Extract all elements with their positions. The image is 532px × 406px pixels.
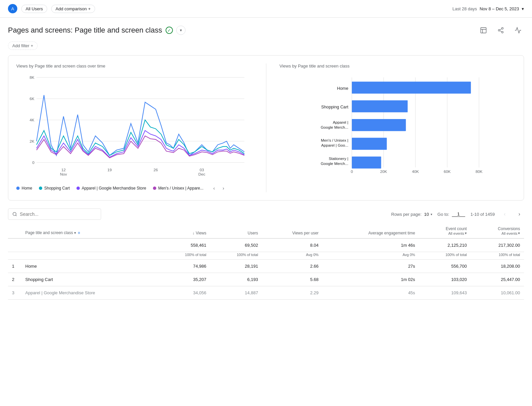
annotate-button[interactable] <box>512 24 524 36</box>
charts-container: Views by Page title and screen class ove… <box>16 64 516 192</box>
search-input[interactable] <box>20 211 97 217</box>
row-2-page-title[interactable]: Shopping Cart <box>21 273 159 286</box>
row-1-page-name: Home <box>25 264 37 269</box>
goto-label: Go to: <box>438 212 449 217</box>
legend-dot-shopping-cart <box>39 187 42 190</box>
goto-input[interactable] <box>452 211 465 217</box>
row-3-views: 34,056 <box>159 286 210 300</box>
row-2-conversions: 25,447.00 <box>471 273 524 286</box>
col-header-views-per-user[interactable]: Views per user <box>262 224 323 238</box>
col-header-page-title-label: Page title and screen class <box>25 230 73 235</box>
conversions-dropdown-icon: ▾ <box>518 231 520 235</box>
page-title-area: Pages and screens: Page title and screen… <box>8 26 186 35</box>
svg-rect-42 <box>352 157 381 169</box>
legend-dot-apparel <box>76 187 80 190</box>
event-count-filter[interactable]: All events ▾ <box>423 231 467 235</box>
rows-per-page-label: Rows per page: <box>391 212 422 217</box>
svg-text:Stationery |: Stationery | <box>329 156 348 161</box>
row-3-page-title[interactable]: Apparel | Google Merchandise Store <box>21 286 159 300</box>
svg-text:0: 0 <box>32 160 35 165</box>
row-3-conversions: 10,061.00 <box>471 286 524 300</box>
table-row: 2 Shopping Cart 35,207 6,193 5.68 1m 02s… <box>8 273 524 286</box>
conversions-filter[interactable]: All events ▾ <box>475 231 520 235</box>
table-row: 3 Apparel | Google Merchandise Store 34,… <box>8 286 524 300</box>
legend-label-shopping-cart: Shopping Cart <box>44 186 70 191</box>
totals-views-per-user: 8.04 <box>262 238 323 252</box>
add-filter-button[interactable]: Add filter + <box>8 42 38 50</box>
legend-label-apparel: Apparel | Google Merchandise Store <box>82 186 146 191</box>
event-count-sub-label: All events <box>448 231 464 235</box>
totals-sub-page-title <box>21 252 159 260</box>
table-section: Rows per page: 10 25 50 ▾ Go to: 1-10 of… <box>8 208 524 300</box>
row-1-views-per-user: 2.66 <box>262 260 323 273</box>
totals-sub-users: 100% of total <box>210 252 262 260</box>
row-2-views-per-user: 5.68 <box>262 273 323 286</box>
svg-text:Dec: Dec <box>198 172 205 176</box>
row-1-page-title[interactable]: Home <box>21 260 159 273</box>
row-2-views: 35,207 <box>159 273 210 286</box>
rows-select-wrapper: 10 25 50 ▾ <box>424 212 432 217</box>
col-header-event-count[interactable]: Event count All events ▾ <box>419 224 471 238</box>
svg-rect-0 <box>481 28 486 33</box>
svg-text:19: 19 <box>107 168 112 172</box>
add-comparison-button[interactable]: Add comparison + <box>51 5 95 13</box>
col-header-users[interactable]: Users <box>210 224 262 238</box>
next-page-button[interactable]: › <box>515 209 524 219</box>
svg-text:Nov: Nov <box>60 172 67 176</box>
svg-text:Apparel | Goo...: Apparel | Goo... <box>321 143 348 147</box>
row-1-num: 1 <box>8 260 21 273</box>
date-range-value: Nov 8 – Dec 5, 2023 <box>479 6 519 11</box>
rows-per-page-control: Rows per page: 10 25 50 ▾ <box>391 212 432 217</box>
col-header-conversions-label: Conversions <box>498 226 520 231</box>
col-header-avg-engagement[interactable]: Average engagement time <box>323 224 419 238</box>
svg-text:12: 12 <box>61 168 66 172</box>
legend-next-button[interactable]: › <box>219 184 227 192</box>
totals-sub-num <box>8 252 21 260</box>
col-header-views[interactable]: ↓ Views <box>159 224 210 238</box>
legend-prev-button[interactable]: ‹ <box>210 184 218 192</box>
col-header-conversions[interactable]: Conversions All events ▾ <box>471 224 524 238</box>
svg-text:80K: 80K <box>475 169 482 174</box>
row-3-event-count: 109,643 <box>419 286 471 300</box>
title-dropdown-button[interactable]: ▾ <box>176 26 186 35</box>
row-2-num: 2 <box>8 273 21 286</box>
col-filter-icon[interactable]: ▾ <box>74 231 76 235</box>
totals-users: 69,502 <box>210 238 262 252</box>
col-header-num <box>8 224 21 238</box>
filter-bar: Add filter + <box>0 40 532 55</box>
row-1-avg-engagement: 27s <box>323 260 419 273</box>
row-3-users: 14,887 <box>210 286 262 300</box>
row-3-avg-engagement: 45s <box>323 286 419 300</box>
svg-point-43 <box>13 212 16 216</box>
rows-dropdown-icon: ▾ <box>431 212 432 216</box>
svg-point-3 <box>502 31 503 33</box>
svg-rect-31 <box>352 81 471 93</box>
prev-page-button[interactable]: ‹ <box>500 209 509 219</box>
search-box[interactable] <box>8 208 101 220</box>
legend-dot-home <box>16 187 20 190</box>
svg-text:60K: 60K <box>444 169 451 174</box>
totals-conversions: 217,302.00 <box>471 238 524 252</box>
col-header-users-label: Users <box>248 231 258 235</box>
totals-sub-views-per-user: Avg 0% <box>262 252 323 260</box>
svg-text:6K: 6K <box>30 96 35 101</box>
row-3-num: 3 <box>8 286 21 300</box>
all-users-chip[interactable]: All Users <box>21 5 47 13</box>
legend-home: Home <box>16 186 32 191</box>
totals-sub-conversions: 100% of total <box>471 252 524 260</box>
chart-toggle-button[interactable] <box>477 24 489 36</box>
col-header-views-label: Views <box>196 231 206 235</box>
col-header-page-title[interactable]: Page title and screen class ▾ + <box>21 224 159 238</box>
share-button[interactable] <box>495 24 507 36</box>
rows-per-page-select[interactable]: 10 25 50 <box>424 212 435 217</box>
col-add-icon[interactable]: + <box>77 230 80 235</box>
date-range-label: Last 28 days <box>453 6 477 11</box>
bar-chart-title: Views by Page title and screen class <box>280 64 516 68</box>
svg-rect-36 <box>352 119 406 131</box>
row-1-conversions: 18,208.00 <box>471 260 524 273</box>
date-range-selector[interactable]: Last 28 days Nov 8 – Dec 5, 2023 ▾ <box>453 6 524 11</box>
svg-text:4K: 4K <box>30 118 35 122</box>
row-2-page-name: Shopping Cart <box>25 277 53 282</box>
totals-avg-engagement: 1m 46s <box>323 238 419 252</box>
bar-chart-svg: 0 20K 40K 60K 80K Home Shopping Cart App… <box>280 74 516 187</box>
